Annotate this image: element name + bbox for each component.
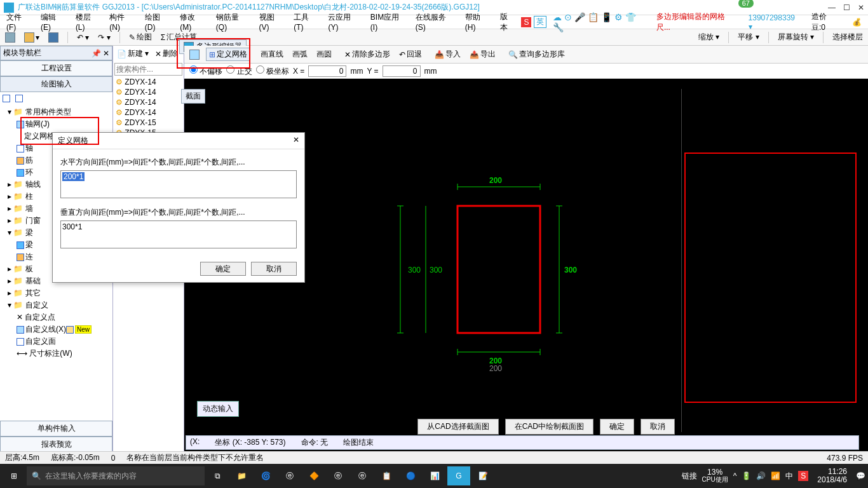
rotate-dropdown[interactable]: 屏幕旋转 ▾ bbox=[775, 30, 817, 44]
tree-common[interactable]: ▾ 📁 常用构件类型 bbox=[1, 106, 111, 118]
menu-edit[interactable]: 编辑(E) bbox=[37, 11, 69, 33]
bottom-ok-button[interactable]: 确定 bbox=[600, 419, 634, 435]
tb-app5[interactable]: 📋 bbox=[375, 466, 398, 485]
svg-text:200: 200 bbox=[489, 176, 502, 185]
taskbar-search[interactable]: 🔍 在这里输入你要搜索的内容 bbox=[27, 466, 205, 485]
tray-battery-icon[interactable]: 🔋 bbox=[742, 471, 751, 480]
tree-grid[interactable]: 轴网(J) bbox=[1, 118, 111, 130]
select-floor-button[interactable]: 选择楼层 bbox=[830, 30, 865, 44]
list-item[interactable]: ⚙ ZDYX-14 bbox=[113, 77, 184, 87]
tb-app9[interactable]: 📝 bbox=[471, 466, 494, 485]
menu-online[interactable]: 在线服务(S) bbox=[412, 11, 459, 33]
list-item[interactable]: ⚙ ZDYX-15 bbox=[113, 118, 184, 128]
tb-edge[interactable]: ⓔ bbox=[278, 466, 301, 485]
draw-line-button[interactable]: 画直线 bbox=[258, 48, 286, 61]
delete-item-button[interactable]: ✕ 删除 bbox=[153, 47, 180, 60]
tb-app1[interactable]: 📁 bbox=[230, 466, 253, 485]
tb-app7[interactable]: 📊 bbox=[423, 466, 446, 485]
start-button[interactable]: ⊞ bbox=[3, 466, 25, 485]
tb-app4[interactable]: ⓔ bbox=[327, 466, 349, 485]
menu-file[interactable]: 文件(F) bbox=[3, 11, 34, 33]
tb-app3[interactable]: 🔶 bbox=[302, 466, 325, 485]
menu-tools[interactable]: 工具(T) bbox=[290, 11, 322, 33]
menu-rebar[interactable]: 钢筋量(Q) bbox=[212, 11, 253, 33]
x-input[interactable] bbox=[308, 65, 346, 77]
tb-app6[interactable]: 🔵 bbox=[399, 466, 422, 485]
draw-arc-button[interactable]: 画弧 bbox=[290, 48, 310, 61]
copy-button[interactable] bbox=[187, 48, 202, 61]
dialog-close-button[interactable]: ✕ bbox=[293, 135, 299, 146]
tray-notifications-icon[interactable]: 💬 bbox=[856, 471, 865, 480]
y-input[interactable] bbox=[383, 65, 421, 77]
tray-up-icon[interactable]: ^ bbox=[733, 471, 737, 480]
no-offset-radio[interactable]: 不偏移 bbox=[189, 65, 222, 77]
ime-icon[interactable]: S bbox=[521, 17, 531, 27]
draw-input-button[interactable]: 绘图输入 bbox=[0, 76, 112, 92]
from-cad-button[interactable]: 从CAD选择截面图 bbox=[417, 419, 498, 435]
draw-mode-button[interactable]: ✎ 绘图 bbox=[126, 30, 154, 44]
poly-lib-button[interactable]: 🔍 查询多边形库 bbox=[506, 48, 567, 61]
tray-net-icon[interactable]: 📶 bbox=[771, 471, 780, 480]
define-grid-button[interactable]: ⊞ 定义网格 bbox=[206, 48, 250, 61]
single-input-button[interactable]: 单构件输入 bbox=[0, 421, 112, 437]
list-item[interactable]: ⚙ ZDYX-14 bbox=[113, 107, 184, 118]
import-button[interactable]: 📥 导入 bbox=[432, 48, 463, 61]
menu-draw[interactable]: 绘图(D) bbox=[141, 11, 173, 33]
tray-link[interactable]: 链接 bbox=[682, 471, 697, 482]
tb-app8[interactable]: G bbox=[447, 466, 470, 485]
dialog-cancel-button[interactable]: 取消 bbox=[251, 262, 297, 276]
list-item[interactable]: ⚙ ZDYX-14 bbox=[113, 97, 184, 107]
tree-cline[interactable]: 自定义线(X)New bbox=[1, 323, 111, 336]
tray-ime[interactable]: 中 bbox=[785, 471, 793, 482]
menu-extra-icons[interactable]: ☁ ⊙ 🎤 📋 📱 ⚙ 👕 🔧 bbox=[549, 11, 650, 34]
list-item[interactable]: ⚙ ZDYX-14 bbox=[113, 87, 184, 97]
nav-pin-icon[interactable]: 📌 ✕ bbox=[92, 49, 109, 58]
section-tab[interactable]: 截面 bbox=[181, 89, 205, 104]
tree-tool-icons[interactable] bbox=[0, 92, 112, 105]
tree-cpoint[interactable]: ✕ 自定义点 bbox=[1, 311, 111, 323]
tb-ie[interactable]: ⓔ bbox=[351, 466, 374, 485]
tb-app2[interactable]: 🌀 bbox=[254, 466, 277, 485]
bottom-cancel-button[interactable]: 取消 bbox=[641, 419, 675, 435]
menu-version[interactable]: 版本 bbox=[496, 10, 519, 34]
tree-cface[interactable]: 自定义面 bbox=[1, 336, 111, 348]
pan-dropdown[interactable]: 平移 ▾ bbox=[735, 30, 761, 44]
new-file-button[interactable] bbox=[3, 31, 18, 44]
ortho-radio[interactable]: 正交 bbox=[226, 65, 252, 77]
menu-component[interactable]: 构件(N) bbox=[105, 11, 138, 33]
ime-lang[interactable]: 英 bbox=[534, 16, 546, 28]
redo-button[interactable]: ↷ ▾ bbox=[95, 32, 112, 43]
polar-radio[interactable]: 极坐标 bbox=[256, 65, 289, 77]
open-file-button[interactable]: ▾ bbox=[22, 31, 42, 44]
h-spacing-input[interactable]: 200*1 bbox=[62, 172, 85, 181]
menu-help[interactable]: 帮助(H) bbox=[461, 11, 494, 33]
menu-bim[interactable]: BIM应用(I) bbox=[367, 11, 409, 33]
zoom-dropdown[interactable]: 缩放 ▾ bbox=[696, 30, 722, 44]
dialog-ok-button[interactable]: 确定 bbox=[200, 262, 246, 276]
menu-floor[interactable]: 楼层(L) bbox=[72, 11, 103, 33]
tray-clock[interactable]: 11:262018/4/6 bbox=[813, 468, 851, 484]
tree-custom[interactable]: ▾ 📁 自定义 bbox=[1, 299, 111, 311]
user-phone[interactable]: 13907298339 ▾ bbox=[745, 12, 803, 32]
tree-other[interactable]: ▸ 📁 其它 bbox=[1, 287, 111, 299]
clear-poly-button[interactable]: ✕ 清除多边形 bbox=[342, 48, 393, 61]
tray-volume-icon[interactable]: 🔊 bbox=[756, 471, 766, 480]
project-settings-button[interactable]: 工程设置 bbox=[0, 60, 112, 76]
menu-cloud[interactable]: 云应用(Y) bbox=[324, 11, 363, 33]
search-input[interactable] bbox=[114, 63, 182, 76]
in-cad-button[interactable]: 在CAD中绘制截面图 bbox=[505, 419, 593, 435]
tray-sogou-icon[interactable]: S bbox=[798, 471, 808, 481]
v-spacing-input[interactable] bbox=[60, 220, 297, 248]
report-preview-button[interactable]: 报表预览 bbox=[0, 437, 112, 452]
new-item-button[interactable]: 📄 新建 ▾ bbox=[114, 47, 151, 60]
task-view-button[interactable]: ⧉ bbox=[206, 466, 229, 485]
undo-poly-button[interactable]: ↶ 回退 bbox=[397, 48, 424, 61]
draw-circle-button[interactable]: 画圆 bbox=[314, 48, 334, 61]
save-button[interactable] bbox=[46, 31, 61, 44]
undo-button[interactable]: ↶ ▾ bbox=[74, 32, 92, 43]
tree-dim[interactable]: ⟷ 尺寸标注(W) bbox=[1, 348, 111, 360]
menu-view[interactable]: 视图(V) bbox=[255, 11, 288, 33]
menu-modify[interactable]: 修改(M) bbox=[176, 11, 210, 33]
dynamic-input-button[interactable]: 动态输入 bbox=[197, 401, 239, 417]
export-button[interactable]: 📤 导出 bbox=[467, 48, 498, 61]
